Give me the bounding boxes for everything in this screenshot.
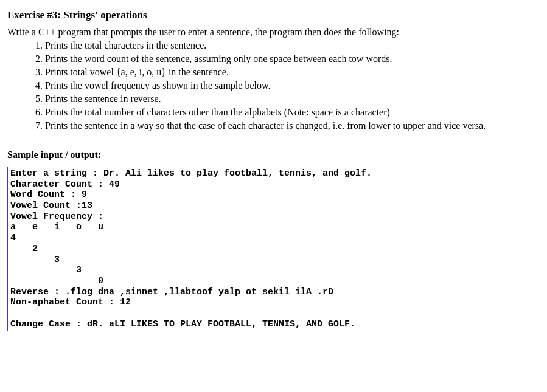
list-item: Prints total vowel {a, e, i, o, u} in th… (45, 66, 540, 79)
console-output: Enter a string : Dr. Ali likes to play f… (7, 167, 538, 331)
top-horizontal-rule (7, 5, 540, 5)
exercise-title: Exercise #3: Strings' operations (7, 7, 540, 24)
list-item: Prints the sentence in a way so that the… (45, 119, 540, 132)
intro-paragraph: Write a C++ program that prompts the use… (7, 27, 540, 38)
list-item: Prints the total characters in the sente… (45, 39, 540, 52)
list-item: Prints the total number of characters ot… (45, 106, 540, 119)
list-item: Prints the sentence in reverse. (45, 92, 540, 106)
requirements-list: Prints the total characters in the sente… (45, 39, 540, 132)
list-item: Prints the word count of the sentence, a… (45, 52, 540, 66)
list-item: Prints the vowel frequency as shown in t… (45, 79, 540, 92)
sample-io-heading: Sample input / output: (7, 150, 540, 160)
